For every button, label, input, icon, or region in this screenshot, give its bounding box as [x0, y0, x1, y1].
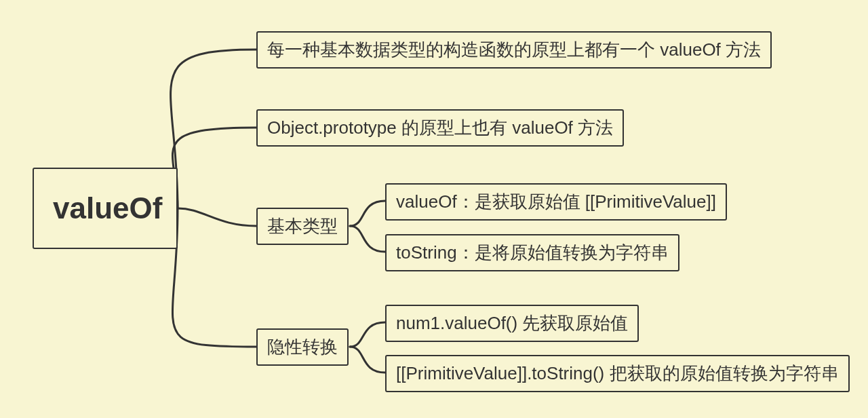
- child-node-1[interactable]: 每一种基本数据类型的构造函数的原型上都有一个 valueOf 方法: [256, 31, 772, 69]
- child3-leaf2-label: toString：是将原始值转换为字符串: [396, 241, 669, 265]
- child1-label: 每一种基本数据类型的构造函数的原型上都有一个 valueOf 方法: [267, 38, 761, 62]
- child4-leaf-1[interactable]: num1.valueOf() 先获取原始值: [385, 305, 639, 342]
- child4-leaf2-label: [[PrimitiveValue]].toString() 把获取的原始值转换为…: [396, 362, 839, 385]
- child4-label: 隐性转换: [267, 335, 338, 359]
- child4-leaf1-label: num1.valueOf() 先获取原始值: [396, 311, 628, 335]
- child-node-2[interactable]: Object.prototype 的原型上也有 valueOf 方法: [256, 109, 624, 147]
- mindmap-canvas: valueOf 每一种基本数据类型的构造函数的原型上都有一个 valueOf 方…: [0, 0, 868, 418]
- child3-label: 基本类型: [267, 214, 338, 238]
- child3-leaf-2[interactable]: toString：是将原始值转换为字符串: [385, 234, 679, 271]
- root-label: valueOf: [53, 191, 162, 225]
- child3-leaf1-label: valueOf：是获取原始值 [[PrimitiveValue]]: [396, 190, 716, 214]
- child4-leaf-2[interactable]: [[PrimitiveValue]].toString() 把获取的原始值转换为…: [385, 355, 850, 392]
- child-node-3[interactable]: 基本类型: [256, 208, 349, 245]
- child-node-4[interactable]: 隐性转换: [256, 328, 349, 366]
- child3-leaf-1[interactable]: valueOf：是获取原始值 [[PrimitiveValue]]: [385, 183, 727, 221]
- root-node[interactable]: valueOf: [33, 168, 178, 249]
- child2-label: Object.prototype 的原型上也有 valueOf 方法: [267, 116, 613, 140]
